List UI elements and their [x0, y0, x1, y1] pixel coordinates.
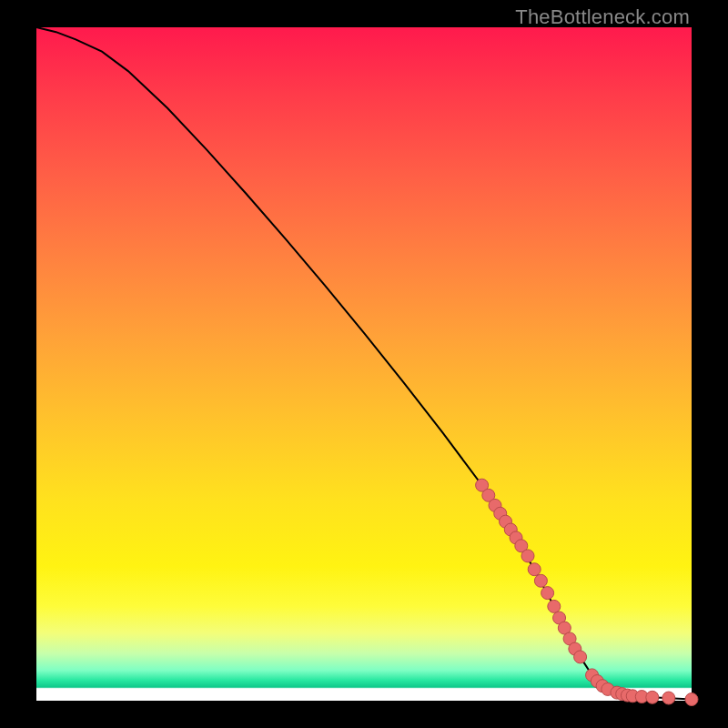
data-point: [541, 587, 554, 600]
data-point: [528, 563, 541, 576]
data-point: [548, 600, 561, 612]
data-markers: [476, 479, 698, 705]
data-point: [534, 574, 547, 587]
data-point: [521, 550, 534, 562]
watermark-text: TheBottleneck.com: [515, 5, 690, 29]
data-point: [685, 693, 698, 706]
data-point: [646, 691, 659, 703]
chart-svg: [36, 27, 692, 701]
chart-frame: TheBottleneck.com: [0, 0, 728, 728]
data-point: [662, 692, 675, 704]
plot-area: [36, 27, 692, 701]
data-point: [574, 651, 587, 663]
bottleneck-curve: [36, 27, 692, 700]
